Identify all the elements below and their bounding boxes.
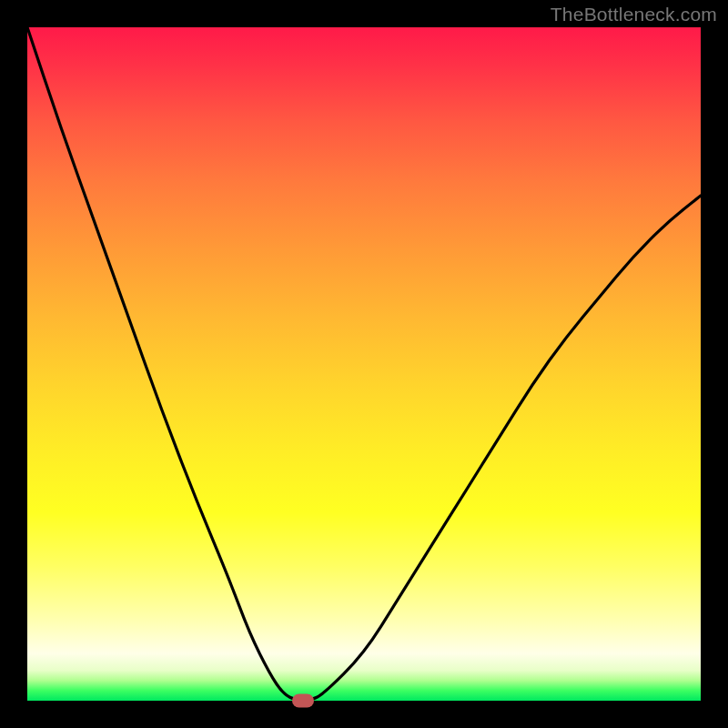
chart-plot-area	[27, 27, 701, 701]
chart-marker	[292, 694, 314, 708]
watermark-text: TheBottleneck.com	[551, 4, 717, 25]
curve-path	[27, 27, 701, 701]
chart-curve	[27, 27, 701, 701]
chart-frame: TheBottleneck.com	[0, 0, 728, 728]
